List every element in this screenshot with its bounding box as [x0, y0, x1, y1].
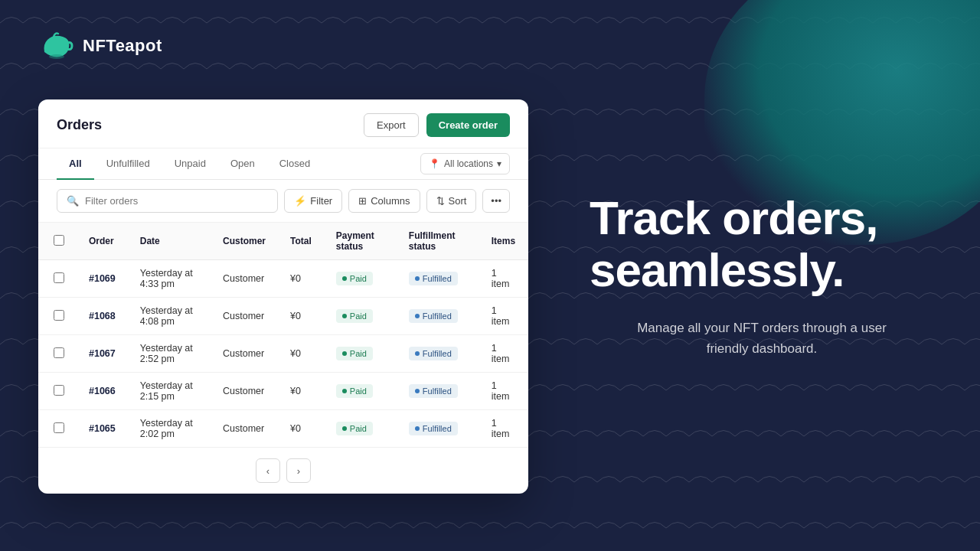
- row-select-checkbox[interactable]: [54, 310, 64, 321]
- search-input[interactable]: [85, 195, 268, 207]
- row-date: Yesterday at 2:15 pm: [128, 373, 211, 410]
- sort-button[interactable]: ⇅ Sort: [426, 189, 477, 213]
- row-order: #1068: [77, 298, 128, 335]
- next-page-button[interactable]: ›: [286, 458, 311, 483]
- more-icon: •••: [491, 195, 501, 207]
- card-title: Orders: [57, 117, 102, 133]
- table-header-row: Order Date Customer Total Payment status…: [38, 223, 528, 260]
- row-customer: Customer: [211, 335, 278, 373]
- search-filter-row: 🔍 ⚡ Filter ⊞ Columns ⇅ Sort •••: [38, 180, 528, 223]
- row-customer: Customer: [211, 410, 278, 448]
- row-order: #1067: [77, 335, 128, 373]
- fulfilled-dot: [415, 351, 420, 356]
- paid-dot: [342, 314, 347, 318]
- row-fulfillment-status: Fulfilled: [397, 410, 479, 448]
- tab-open[interactable]: Open: [218, 148, 267, 180]
- header-fulfillment-status: Fulfillment status: [397, 223, 479, 260]
- logo-text: NFTeapot: [83, 36, 162, 56]
- header-total: Total: [278, 223, 324, 260]
- row-select-checkbox[interactable]: [54, 347, 64, 358]
- table-row[interactable]: #1065 Yesterday at 2:02 pm Customer ¥0 P…: [38, 410, 528, 448]
- columns-button[interactable]: ⊞ Columns: [348, 189, 420, 213]
- row-items: 1 item: [479, 373, 528, 410]
- fulfillment-label: Fulfilled: [423, 311, 452, 321]
- table-row[interactable]: #1068 Yesterday at 4:08 pm Customer ¥0 P…: [38, 298, 528, 335]
- tab-unpaid[interactable]: Unpaid: [162, 148, 218, 180]
- fulfillment-label: Fulfilled: [423, 274, 452, 283]
- tab-closed[interactable]: Closed: [267, 148, 322, 180]
- hero-title: Track orders, seamlessly.: [590, 192, 934, 296]
- export-button[interactable]: Export: [364, 113, 419, 137]
- table-row[interactable]: #1067 Yesterday at 2:52 pm Customer ¥0 P…: [38, 335, 528, 373]
- row-checkbox: [38, 373, 77, 410]
- row-fulfillment-status: Fulfilled: [397, 373, 479, 410]
- location-pin-icon: 📍: [429, 158, 440, 169]
- row-payment-status: Paid: [324, 335, 397, 373]
- tab-all[interactable]: All: [57, 148, 94, 180]
- orders-table: Order Date Customer Total Payment status…: [38, 223, 528, 447]
- pagination: ‹ ›: [38, 447, 528, 494]
- fulfilled-dot: [415, 426, 420, 431]
- paid-dot: [342, 351, 347, 356]
- row-payment-status: Paid: [324, 373, 397, 410]
- tabs-list: All Unfulfilled Unpaid Open Closed: [57, 148, 322, 179]
- row-select-checkbox[interactable]: [54, 272, 64, 283]
- orders-table-container: Order Date Customer Total Payment status…: [38, 223, 528, 447]
- search-box: 🔍: [57, 189, 278, 213]
- row-items: 1 item: [479, 298, 528, 335]
- fulfillment-label: Fulfilled: [423, 349, 452, 358]
- hero-content: Track orders, seamlessly. Manage all you…: [590, 192, 934, 360]
- row-order: #1065: [77, 410, 128, 448]
- filter-button[interactable]: ⚡ Filter: [284, 189, 342, 213]
- table-row[interactable]: #1066 Yesterday at 2:15 pm Customer ¥0 P…: [38, 373, 528, 410]
- fulfilled-dot: [415, 389, 420, 393]
- row-customer: Customer: [211, 373, 278, 410]
- row-items: 1 item: [479, 335, 528, 373]
- header-order: Order: [77, 223, 128, 260]
- paid-dot: [342, 426, 347, 431]
- svg-point-0: [49, 54, 64, 59]
- left-panel: NFTeapot Orders Export Create order All …: [0, 0, 559, 551]
- location-filter-button[interactable]: 📍 All locations ▾: [420, 153, 510, 174]
- row-date: Yesterday at 2:52 pm: [128, 335, 211, 373]
- teapot-logo-icon: [38, 31, 75, 61]
- search-icon: 🔍: [67, 195, 79, 207]
- paid-dot: [342, 389, 347, 393]
- table-row[interactable]: #1069 Yesterday at 4:33 pm Customer ¥0 P…: [38, 260, 528, 298]
- row-select-checkbox[interactable]: [54, 385, 64, 396]
- header-checkbox: [38, 223, 77, 260]
- tab-unfulfilled[interactable]: Unfulfilled: [94, 148, 162, 180]
- more-options-button[interactable]: •••: [482, 189, 510, 213]
- fulfilled-dot: [415, 276, 420, 281]
- payment-label: Paid: [350, 386, 367, 396]
- payment-label: Paid: [350, 349, 367, 358]
- row-customer: Customer: [211, 298, 278, 335]
- row-items: 1 item: [479, 410, 528, 448]
- row-payment-status: Paid: [324, 298, 397, 335]
- filter-icon: ⚡: [294, 195, 306, 207]
- paid-dot: [342, 276, 347, 281]
- tabs-bar: All Unfulfilled Unpaid Open Closed 📍 All…: [38, 148, 528, 180]
- header-customer: Customer: [211, 223, 278, 260]
- row-total: ¥0: [278, 410, 324, 448]
- row-total: ¥0: [278, 335, 324, 373]
- columns-icon: ⊞: [358, 195, 367, 207]
- fulfillment-label: Fulfilled: [423, 424, 452, 433]
- fulfillment-label: Fulfilled: [423, 386, 452, 396]
- row-date: Yesterday at 4:33 pm: [128, 260, 211, 298]
- chevron-left-icon: ‹: [266, 465, 270, 477]
- row-fulfillment-status: Fulfilled: [397, 260, 479, 298]
- create-order-button[interactable]: Create order: [426, 113, 510, 137]
- row-payment-status: Paid: [324, 260, 397, 298]
- row-fulfillment-status: Fulfilled: [397, 335, 479, 373]
- row-payment-status: Paid: [324, 410, 397, 448]
- row-select-checkbox[interactable]: [54, 422, 64, 433]
- row-date: Yesterday at 4:08 pm: [128, 298, 211, 335]
- row-customer: Customer: [211, 260, 278, 298]
- location-label: All locations: [444, 158, 493, 169]
- payment-label: Paid: [350, 311, 367, 321]
- select-all-checkbox[interactable]: [54, 235, 64, 246]
- row-checkbox: [38, 260, 77, 298]
- prev-page-button[interactable]: ‹: [256, 458, 280, 483]
- row-checkbox: [38, 410, 77, 448]
